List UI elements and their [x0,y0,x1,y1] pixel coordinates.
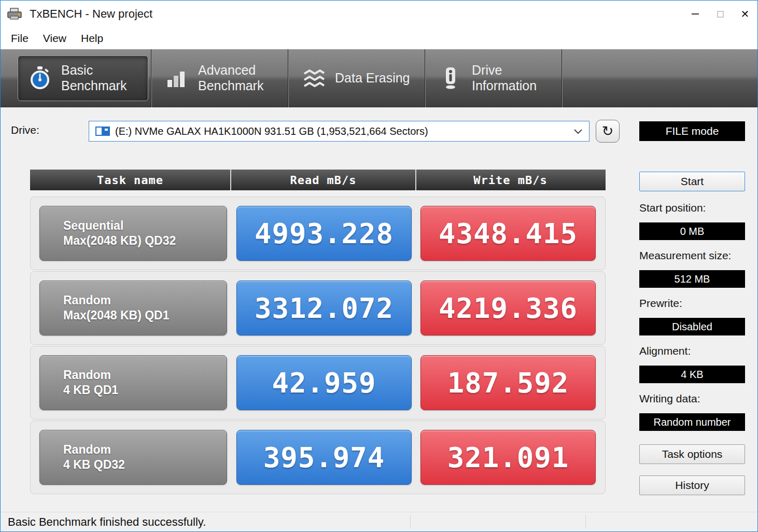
tab-drive-information-label: Drive Information [472,63,537,93]
start-position-label: Start position: [639,202,706,214]
settings-sidebar: Start Start position: 0 MB Measurement s… [639,107,745,512]
write-value: 4348.415 [420,206,596,261]
read-value: 42.959 [236,355,412,410]
bar-chart-icon [163,67,190,89]
window-title: TxBENCH - New project [30,7,152,21]
minimize-icon [692,13,699,15]
tab-label-line: Basic [61,63,127,78]
drive-select[interactable]: (E:) NVMe GALAX HA1K1000N 931.51 GB (1,9… [89,121,589,142]
header-read: Read mB/s [230,170,415,190]
toolbar: Basic Benchmark Advanced Benchmark [1,49,757,107]
read-value: 395.974 [236,430,412,485]
tab-data-erasing[interactable]: Data Erasing [291,55,422,101]
measurement-size-label: Measurement size: [639,249,731,262]
refresh-icon: ↻ [602,123,614,139]
alignment-label: Alignment: [639,345,691,357]
write-value: 4219.336 [420,281,596,335]
menu-help[interactable]: Help [74,32,110,45]
writing-data-value[interactable]: Random number [639,413,745,431]
maximize-button [708,1,733,27]
drive-icon [95,125,110,137]
task-button-random-qd1-max[interactable]: Random Max(2048 KB) QD1 [39,281,227,335]
task-name-line: Max(2048 KB) QD32 [63,233,227,248]
title-bar: TxBENCH - New project ✕ [1,1,757,27]
drive-label: Drive: [11,124,39,136]
tab-basic-benchmark-label: Basic Benchmark [61,63,127,93]
erase-waves-icon [300,68,327,89]
task-button-random-4kb-qd32[interactable]: Random 4 KB QD32 [39,430,227,485]
task-name-line: Max(2048 KB) QD1 [63,308,227,323]
status-separator [585,515,586,529]
task-name-line: 4 KB QD1 [63,383,227,398]
status-message: Basic Benchmark finished successfully. [8,515,206,529]
window-controls: ✕ [683,1,757,27]
table-header: Task name Read mB/s Write mB/s [30,170,606,190]
task-button-sequential-qd32[interactable]: Sequential Max(2048 KB) QD32 [39,206,227,261]
writing-data-label: Writing data: [639,393,700,405]
close-icon: ✕ [741,9,750,19]
write-value: 321.091 [420,430,596,485]
maximize-icon [717,11,724,18]
tab-basic-benchmark[interactable]: Basic Benchmark [18,55,148,101]
prewrite-label: Prewrite: [639,297,682,310]
header-task-name: Task name [30,170,230,190]
tab-label-line: Drive [472,63,537,78]
table-row: Random Max(2048 KB) QD1 3312.072 4219.33… [30,271,606,345]
alignment-value[interactable]: 4 KB [639,366,745,383]
measurement-size-value[interactable]: 512 MB [639,270,745,288]
read-value: 3312.072 [236,281,412,335]
task-name-line: Random [63,442,227,457]
menu-file[interactable]: File [4,32,36,45]
tab-advanced-benchmark[interactable]: Advanced Benchmark [155,55,285,101]
drive-selected-value: (E:) NVMe GALAX HA1K1000N 931.51 GB (1,9… [115,125,428,137]
toolbar-separator [562,49,563,107]
status-separator [410,515,411,529]
chevron-down-icon [573,129,583,134]
table-row: Sequential Max(2048 KB) QD32 4993.228 43… [30,197,606,270]
task-button-random-4kb-qd1[interactable]: Random 4 KB QD1 [39,355,227,410]
read-value: 4993.228 [236,206,412,261]
app-icon [7,7,23,21]
tab-label-line: Data Erasing [335,71,410,86]
menu-bar: File View Help [1,27,757,49]
tab-label-line: Advanced [198,63,263,78]
toolbar-separator [425,49,426,107]
benchmark-table: Task name Read mB/s Write mB/s Sequentia… [30,170,606,494]
toolbar-separator [288,49,289,107]
toolbar-separator [151,49,152,107]
table-row: Random 4 KB QD1 42.959 187.592 [30,346,606,419]
status-bar: Basic Benchmark finished successfully. [1,512,757,531]
tab-label-line: Information [472,78,537,94]
info-icon [437,66,464,90]
task-options-button[interactable]: Task options [639,444,745,464]
tab-drive-information[interactable]: Drive Information [428,55,559,101]
prewrite-value[interactable]: Disabled [639,318,745,335]
close-button[interactable]: ✕ [733,1,757,27]
task-name-line: Random [63,293,227,308]
menu-view[interactable]: View [36,32,74,45]
task-name-line: 4 KB QD32 [63,457,227,472]
main-content: Drive: (E:) NVMe GALAX HA1K1000N 931.51 … [1,107,757,512]
start-position-value[interactable]: 0 MB [639,222,745,240]
txbench-window: TxBENCH - New project ✕ File View Help [0,0,758,532]
table-row: Random 4 KB QD32 395.974 321.091 [30,421,606,494]
stopwatch-icon [26,65,53,91]
task-name-line: Random [63,368,227,383]
minimize-button[interactable] [683,1,708,27]
history-button[interactable]: History [639,475,745,495]
refresh-drives-button[interactable]: ↻ [596,120,620,143]
write-value: 187.592 [420,355,596,410]
tab-label-line: Benchmark [61,78,127,94]
start-button[interactable]: Start [639,172,745,191]
tab-advanced-benchmark-label: Advanced Benchmark [198,63,263,93]
tab-label-line: Benchmark [198,78,263,94]
header-write: Write mB/s [415,170,605,190]
tab-data-erasing-label: Data Erasing [335,71,410,86]
task-name-line: Sequential [63,218,227,233]
